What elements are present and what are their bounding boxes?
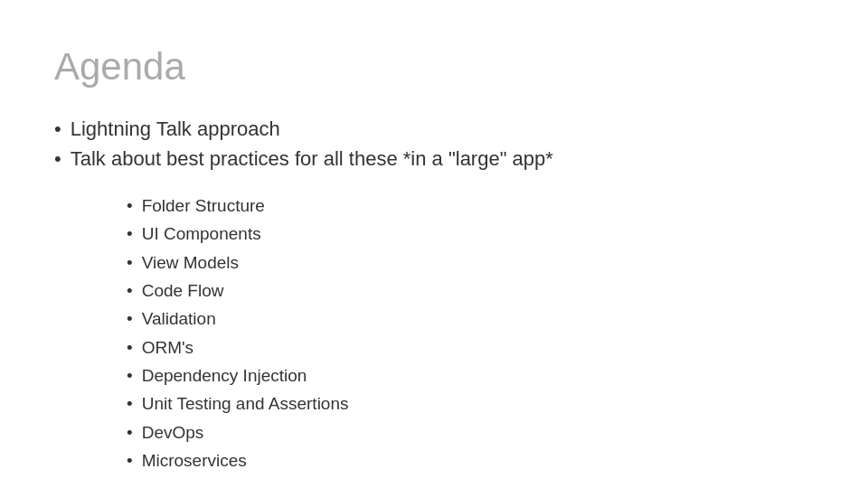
sub-bullet-item-microservices: Microservices [127, 446, 814, 474]
sub-bullet-item-ui-components: UI Components [127, 220, 814, 248]
sub-bullet-item-view-models: View Models [127, 249, 814, 277]
sub-bullet-item-code-flow: Code Flow [127, 277, 814, 305]
sub-bullet-text-5: ORM's [142, 333, 193, 361]
sub-bullet-item-orm: ORM's [127, 333, 814, 361]
sub-bullet-text-8: DevOps [142, 418, 204, 446]
slide-title: Agenda [54, 45, 814, 89]
sub-bullet-item-validation: Validation [127, 305, 814, 333]
top-bullet-item-1: Lightning Talk approach [54, 114, 814, 144]
sub-bullet-item-folder-structure: Folder Structure [127, 192, 814, 220]
sub-bullet-text-7: Unit Testing and Assertions [142, 389, 349, 418]
sub-bullet-item-dependency-injection: Dependency Injection [127, 361, 814, 389]
sub-bullet-list: Folder Structure UI Components View Mode… [127, 192, 814, 474]
sub-bullet-item-unit-testing: Unit Testing and Assertions [127, 389, 814, 418]
sub-bullet-text-3: Code Flow [142, 277, 224, 305]
sub-bullet-text-1: UI Components [142, 220, 261, 248]
sub-bullet-text-0: Folder Structure [142, 192, 265, 220]
sub-bullet-text-9: Microservices [142, 446, 247, 474]
slide: Agenda Lightning Talk approach Talk abou… [0, 0, 868, 488]
top-bullet-text-2: Talk about best practices for all these … [71, 144, 553, 174]
top-bullet-item-2: Talk about best practices for all these … [54, 144, 814, 174]
top-bullet-text-1: Lightning Talk approach [71, 114, 280, 144]
sub-bullet-text-2: View Models [142, 249, 239, 277]
top-bullet-list: Lightning Talk approach Talk about best … [54, 114, 814, 174]
sub-bullet-text-6: Dependency Injection [142, 361, 307, 389]
sub-bullet-text-4: Validation [142, 305, 216, 333]
sub-bullet-item-devops: DevOps [127, 418, 814, 446]
